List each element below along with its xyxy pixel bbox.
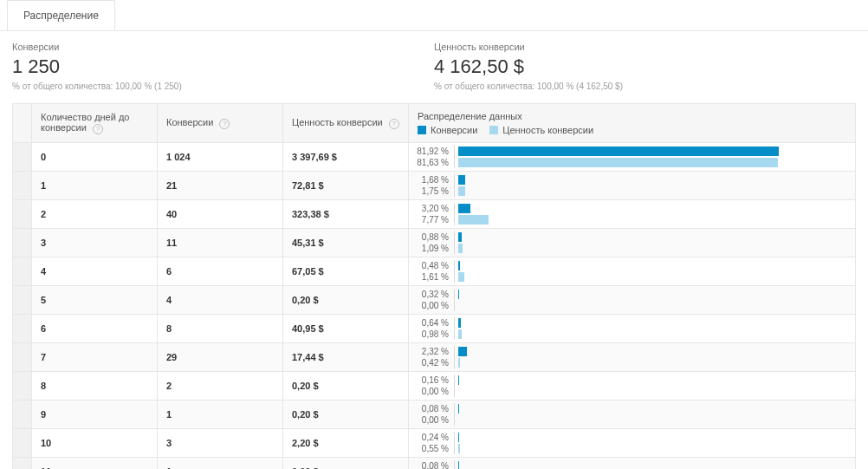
bar-val (458, 244, 463, 253)
summary-panel: Конверсии 1 250 % от общего количества: … (0, 31, 868, 103)
cell-days: 2 (32, 200, 158, 229)
pct-val: 1,61 % (414, 272, 454, 282)
header-value[interactable]: Ценность конверсии ? (283, 104, 409, 143)
cell-days: 5 (32, 286, 158, 315)
bar-val (458, 358, 460, 368)
cell-conversions: 11 (158, 229, 283, 257)
cell-days: 7 (32, 343, 158, 372)
bar-val (458, 444, 460, 453)
data-table: Количество дней до конверсии ? Конверсии… (12, 103, 856, 469)
cell-days: 6 (32, 315, 158, 343)
legend-value: Ценность конверсии (489, 125, 593, 135)
bar-conv (458, 433, 459, 442)
bar-val (458, 329, 462, 339)
summary-value-label: Ценность конверсии (434, 42, 856, 52)
bar-conv (458, 261, 460, 270)
cell-conversions: 1 (158, 401, 283, 429)
cell-value: 2,20 $ (283, 429, 409, 458)
cell-conversions: 6 (158, 257, 283, 286)
summary-conversions-note: % от общего количества: 100,00 % (1 250) (12, 81, 434, 91)
pct-conv: 0,32 % (414, 290, 454, 299)
table-row: 540,20 $0,32 %0,00 % (13, 286, 856, 315)
cell-days: 1 (32, 172, 158, 200)
table-row: 4667,05 $0,48 %1,61 % (13, 257, 856, 286)
pct-val: 7,77 % (414, 215, 454, 225)
expand-cell (13, 343, 32, 372)
pct-conv: 1,68 % (414, 175, 454, 185)
cell-distribution: 1,68 %1,75 % (409, 172, 856, 200)
legend-conversions-label: Конверсии (431, 125, 477, 135)
pct-conv: 0,24 % (414, 433, 454, 442)
tab-bar: Распределение (0, 0, 868, 31)
legend-value-label: Ценность конверсии (502, 125, 593, 135)
cell-distribution: 0,48 %1,61 % (409, 257, 856, 286)
cell-distribution: 2,32 %0,42 % (409, 343, 856, 372)
pct-val: 0,98 % (414, 329, 454, 339)
cell-distribution: 0,32 %0,00 % (409, 286, 856, 315)
cell-distribution: 0,08 %0,00 % (409, 401, 856, 429)
cell-days: 4 (32, 257, 158, 286)
expand-cell (13, 172, 32, 200)
cell-days: 0 (32, 143, 158, 172)
cell-days: 10 (32, 429, 158, 458)
header-value-label: Ценность конверсии (292, 117, 383, 127)
legend-swatch-value (489, 126, 498, 134)
cell-conversions: 3 (158, 429, 283, 458)
bar-conv (458, 375, 459, 385)
help-icon[interactable]: ? (93, 124, 103, 134)
cell-days: 8 (32, 372, 158, 401)
pct-conv: 0,08 % (414, 404, 454, 414)
summary-value-value: 4 162,50 $ (434, 55, 856, 78)
pct-conv: 3,20 % (414, 204, 454, 213)
expand-cell (13, 458, 32, 470)
header-days[interactable]: Количество дней до конверсии ? (32, 104, 158, 143)
expand-cell (13, 200, 32, 229)
pct-conv: 0,64 % (414, 318, 454, 328)
cell-value: 0,20 $ (283, 372, 409, 401)
table-row: 820,20 $0,16 %0,00 % (13, 372, 856, 401)
expand-cell (13, 143, 32, 172)
bar-conv (458, 204, 470, 213)
tab-distribution[interactable]: Распределение (7, 0, 115, 30)
help-icon[interactable]: ? (389, 119, 399, 129)
cell-conversions: 1 (158, 458, 283, 470)
cell-days: 3 (32, 229, 158, 257)
cell-conversions: 29 (158, 343, 283, 372)
bar-conv (458, 347, 467, 356)
cell-value: 0,00 $ (283, 458, 409, 470)
summary-conversions-label: Конверсии (12, 42, 434, 52)
pct-conv: 0,08 % (414, 461, 454, 469)
expand-cell (13, 229, 32, 257)
table-row: 01 0243 397,69 $81,92 %81,63 % (13, 143, 856, 172)
pct-conv: 0,16 % (414, 375, 454, 385)
header-expand (13, 104, 32, 143)
cell-distribution: 0,88 %1,09 % (409, 229, 856, 257)
header-conversions[interactable]: Конверсии ? (158, 104, 283, 143)
expand-cell (13, 286, 32, 315)
header-days-label: Количество дней до конверсии (41, 112, 129, 133)
pct-conv: 81,92 % (414, 147, 454, 156)
table-row: 12172,81 $1,68 %1,75 % (13, 172, 856, 200)
pct-conv: 0,88 % (414, 232, 454, 242)
help-icon[interactable]: ? (219, 119, 230, 129)
legend-swatch-conversions (418, 126, 426, 134)
cell-distribution: 0,64 %0,98 % (409, 315, 856, 343)
pct-val: 1,09 % (414, 244, 454, 253)
cell-value: 17,44 $ (283, 343, 409, 372)
header-distribution-label: Распределение данных (418, 111, 846, 121)
expand-cell (13, 257, 32, 286)
pct-conv: 0,48 % (414, 261, 454, 270)
header-distribution: Распределение данных Конверсии Ценность … (409, 104, 856, 143)
cell-distribution: 0,24 %0,55 % (409, 429, 856, 458)
cell-value: 67,05 $ (283, 257, 409, 286)
bar-val (458, 186, 465, 196)
cell-conversions: 2 (158, 372, 283, 401)
table-row: 240323,38 $3,20 %7,77 % (13, 200, 856, 229)
bar-conv (458, 290, 459, 299)
bar-val (458, 158, 778, 167)
bar-conv (458, 175, 465, 185)
cell-value: 3 397,69 $ (283, 143, 409, 172)
pct-val: 81,63 % (414, 158, 454, 167)
cell-conversions: 40 (158, 200, 283, 229)
table-row: 72917,44 $2,32 %0,42 % (13, 343, 856, 372)
